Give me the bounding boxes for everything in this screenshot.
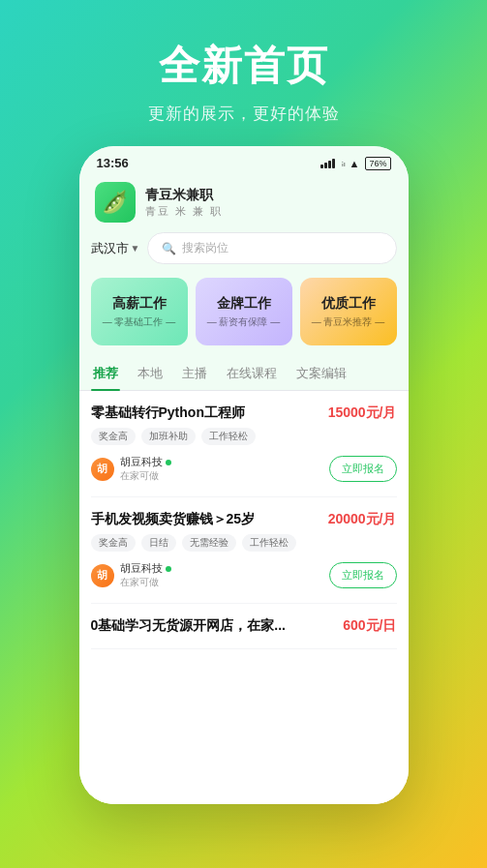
tab-copywriting[interactable]: 文案编辑: [294, 357, 349, 390]
tab-recommended[interactable]: 推荐: [91, 357, 120, 390]
job-tag-0-2: 工作轻松: [201, 428, 256, 445]
job-company-row-1: 胡 胡豆科技 在家可做 立即报名: [91, 561, 397, 589]
job-card-1-top: 手机发视频卖货赚钱＞25岁 20000元/月: [91, 511, 397, 528]
search-icon: 🔍: [162, 242, 176, 255]
category-card-youzhi-sub: — 青豆米推荐 —: [312, 315, 385, 329]
job-title-2: 0基础学习无货源开网店，在家...: [91, 617, 336, 635]
signal-icon: [320, 159, 335, 168]
job-tags-0: 奖金高 加班补助 工作轻松: [91, 428, 397, 445]
tab-local[interactable]: 本地: [136, 357, 165, 390]
job-tag-1-0: 奖金高: [91, 534, 136, 552]
category-card-jinpai-sub: — 薪资有保障 —: [207, 315, 281, 329]
job-tag-1-2: 无需经验: [182, 534, 236, 552]
job-salary-2: 600元/日: [343, 617, 396, 635]
job-tag-1-3: 工作轻松: [242, 534, 296, 552]
hero-title: 全新首页: [159, 39, 329, 93]
apply-button-1[interactable]: 立即报名: [329, 562, 397, 588]
job-tag-1-1: 日结: [141, 534, 176, 552]
category-card-gaoxin[interactable]: 高薪工作 — 零基础工作 —: [91, 278, 188, 345]
company-info-1: 胡 胡豆科技 在家可做: [91, 561, 171, 589]
app-name-sub: 青豆 米 兼 职: [145, 204, 223, 219]
company-avatar-1: 胡: [91, 564, 114, 587]
company-name-area-0: 胡豆科技 在家可做: [120, 455, 171, 483]
wifi-icon: ▲: [350, 158, 360, 169]
job-title-1: 手机发视频卖货赚钱＞25岁: [91, 511, 320, 528]
battery-icon: 76%: [365, 157, 390, 170]
job-card-0-top: 零基础转行Python工程师 15000元/月: [91, 404, 397, 422]
job-salary-0: 15000元/月: [328, 404, 397, 422]
job-card-2-top: 0基础学习无货源开网店，在家... 600元/日: [91, 617, 397, 635]
category-card-jinpai-title: 金牌工作: [217, 295, 271, 313]
category-cards: 高薪工作 — 零基础工作 — 金牌工作 — 薪资有保障 — 优质工作 — 青豆米…: [79, 274, 409, 357]
online-dot-0: [166, 460, 171, 465]
category-card-youzhi[interactable]: 优质工作 — 青豆米推荐 —: [300, 278, 397, 345]
job-card-1: 手机发视频卖货赚钱＞25岁 20000元/月 奖金高 日结 无需经验 工作轻松 …: [91, 497, 397, 604]
search-area: 武汉市 ▼ 🔍 搜索岗位: [79, 232, 409, 274]
online-dot-1: [166, 566, 171, 572]
tabs-bar: 推荐 本地 主播 在线课程 文案编辑: [79, 357, 409, 391]
job-tag-0-0: 奖金高: [91, 428, 136, 445]
city-selector[interactable]: 武汉市 ▼: [91, 240, 140, 257]
app-header: 🫛 青豆米兼职 青豆 米 兼 职: [79, 176, 409, 232]
status-time: 13:56: [97, 156, 129, 170]
apply-button-0[interactable]: 立即报名: [329, 456, 397, 482]
job-card-2: 0基础学习无货源开网店，在家... 600元/日: [91, 604, 397, 649]
phone-mockup: 13:56 ᵢₗ ▲ 76% 🫛 青豆米兼职 青豆 米 兼 职 武汉市: [79, 146, 409, 804]
city-dropdown-arrow: ▼: [131, 243, 140, 254]
job-tag-0-1: 加班补助: [141, 428, 196, 445]
status-icons: ᵢₗ ▲ 76%: [320, 157, 391, 170]
category-card-gaoxin-sub: — 零基础工作 —: [103, 315, 176, 329]
status-bar: 13:56 ᵢₗ ▲ 76%: [79, 146, 409, 176]
company-name-area-1: 胡豆科技 在家可做: [120, 561, 171, 589]
work-location-0: 在家可做: [120, 469, 171, 483]
work-location-1: 在家可做: [120, 576, 171, 589]
search-box[interactable]: 🔍 搜索岗位: [147, 232, 396, 264]
city-name: 武汉市: [91, 240, 129, 257]
company-info-0: 胡 胡豆科技 在家可做: [91, 455, 171, 483]
app-name-container: 青豆米兼职 青豆 米 兼 职: [145, 187, 223, 219]
job-company-row-0: 胡 胡豆科技 在家可做 立即报名: [91, 455, 397, 483]
company-name-text-1: 胡豆科技: [120, 561, 171, 576]
signal-text: ᵢₗ: [342, 158, 346, 168]
job-title-0: 零基础转行Python工程师: [91, 404, 320, 422]
job-card-0: 零基础转行Python工程师 15000元/月 奖金高 加班补助 工作轻松 胡 …: [91, 391, 397, 497]
hero-subtitle: 更新的展示，更好的体验: [148, 103, 340, 125]
category-card-gaoxin-title: 高薪工作: [112, 295, 167, 313]
tab-anchor[interactable]: 主播: [180, 357, 209, 390]
company-avatar-0: 胡: [91, 458, 114, 481]
search-placeholder: 搜索岗位: [182, 240, 228, 256]
tab-online-course[interactable]: 在线课程: [225, 357, 279, 390]
category-card-youzhi-title: 优质工作: [321, 295, 376, 313]
job-salary-1: 20000元/月: [328, 511, 397, 528]
category-card-jinpai[interactable]: 金牌工作 — 薪资有保障 —: [196, 278, 292, 345]
job-list: 零基础转行Python工程师 15000元/月 奖金高 加班补助 工作轻松 胡 …: [79, 391, 409, 804]
company-name-text-0: 胡豆科技: [120, 455, 171, 469]
app-logo: 🫛: [95, 182, 136, 223]
job-tags-1: 奖金高 日结 无需经验 工作轻松: [91, 534, 397, 552]
app-name-main: 青豆米兼职: [145, 187, 223, 204]
